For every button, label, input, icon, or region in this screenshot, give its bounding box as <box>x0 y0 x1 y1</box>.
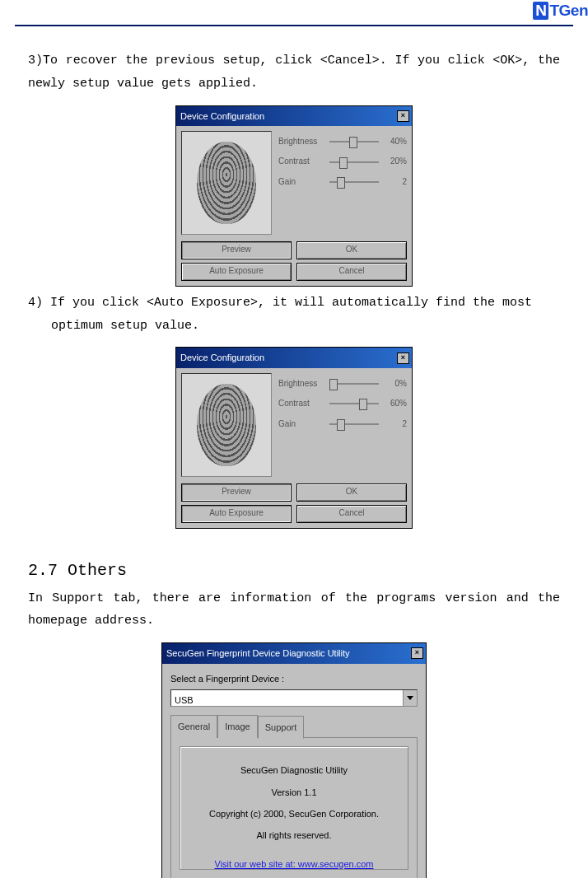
ok-button[interactable]: OK <box>296 483 407 502</box>
preview-button[interactable]: Preview <box>181 483 292 502</box>
slider-thumb[interactable] <box>339 157 348 169</box>
titlebar: Device Configuration × <box>176 348 412 367</box>
figure-devcfg-2: Device Configuration × Brightness 0% <box>28 347 560 528</box>
device-config-dialog: Device Configuration × Brightness 40% <box>175 105 413 287</box>
heading-2-7: 2.7 Others <box>28 555 560 586</box>
brightness-slider[interactable] <box>329 383 379 385</box>
chevron-down-icon[interactable] <box>403 690 417 706</box>
support-line-4: All rights reserved. <box>187 827 401 843</box>
auto-exposure-button[interactable]: Auto Exposure <box>181 505 292 523</box>
sliders: Brightness 40% Contrast 20% <box>278 131 407 235</box>
titlebar-text: SecuGen Fingerprint Device Diagnostic Ut… <box>166 645 350 661</box>
ok-button[interactable]: OK <box>296 241 407 259</box>
brightness-row: Brightness 40% <box>278 134 407 150</box>
titlebar-text: Device Configuration <box>180 108 264 124</box>
titlebar-text: Device Configuration <box>180 349 264 366</box>
contrast-slider[interactable] <box>329 161 379 163</box>
logo: NTGen <box>533 2 588 20</box>
slider-thumb[interactable] <box>359 399 367 410</box>
support-website-link[interactable]: Visit our web site at: www.secugen.com <box>187 856 401 872</box>
tabs: General Image Support <box>170 715 418 738</box>
preview-button[interactable]: Preview <box>181 241 292 259</box>
support-info-panel: SecuGen Diagnostic Utility Version 1.1 C… <box>180 746 408 870</box>
brightness-slider[interactable] <box>329 141 379 142</box>
auto-exposure-button[interactable]: Auto Exposure <box>181 263 292 281</box>
paragraph-4-line2: optimum setup value. <box>28 315 560 338</box>
brightness-value: 40% <box>384 134 407 150</box>
tab-pane: SecuGen Diagnostic Utility Version 1.1 C… <box>170 737 418 878</box>
select-device-label: Select a Fingerprint Device : <box>170 670 418 687</box>
page: NTGen 3)To recover the previous setup, c… <box>0 0 588 878</box>
gain-slider[interactable] <box>329 181 379 183</box>
close-icon[interactable]: × <box>411 647 423 659</box>
support-body: Select a Fingerprint Device : USB Genera… <box>162 664 426 878</box>
slider-thumb[interactable] <box>337 177 345 189</box>
contrast-label: Contrast <box>278 154 324 170</box>
dialog-body: Brightness 40% Contrast 20% <box>176 126 412 238</box>
slider-thumb[interactable] <box>329 379 338 390</box>
fingerprint-preview <box>181 131 272 235</box>
brightness-label: Brightness <box>278 376 324 392</box>
close-icon[interactable]: × <box>397 110 409 122</box>
combo-value: USB <box>171 690 403 706</box>
contrast-value: 20% <box>384 154 407 170</box>
gain-label: Gain <box>278 175 324 190</box>
device-config-dialog: Device Configuration × Brightness 0% <box>175 347 413 528</box>
support-line-2: Version 1.1 <box>187 784 401 801</box>
contrast-row: Contrast 60% <box>278 396 407 412</box>
slider-thumb[interactable] <box>349 137 357 148</box>
gain-row: Gain 2 <box>278 175 407 190</box>
brightness-label: Brightness <box>278 134 324 150</box>
button-col-left: Preview Auto Exposure <box>181 483 292 523</box>
device-combo[interactable]: USB <box>170 689 418 707</box>
contrast-value: 60% <box>384 396 407 412</box>
fingerprint-icon <box>197 384 256 466</box>
button-col-right: OK Cancel <box>296 483 407 523</box>
figure-support: SecuGen Fingerprint Device Diagnostic Ut… <box>28 642 560 878</box>
figure-devcfg-1: Device Configuration × Brightness 40% <box>28 105 560 287</box>
tab-support[interactable]: Support <box>258 716 305 739</box>
brightness-value: 0% <box>384 376 407 392</box>
support-line-3: Copyright (c) 2000, SecuGen Corporation. <box>187 806 401 822</box>
dialog-body: Brightness 0% Contrast 60% <box>176 368 412 480</box>
titlebar: SecuGen Fingerprint Device Diagnostic Ut… <box>162 643 426 663</box>
content: 3)To recover the previous setup, click <… <box>15 26 573 878</box>
contrast-label: Contrast <box>278 396 324 412</box>
paragraph-2-7: In Support tab, there are information of… <box>28 587 560 633</box>
tab-image[interactable]: Image <box>217 715 258 738</box>
cancel-button[interactable]: Cancel <box>296 505 407 523</box>
paragraph-4-line1: 4) If you click <Auto Exposure>, it will… <box>28 292 560 315</box>
gain-value: 2 <box>384 417 407 432</box>
contrast-slider[interactable] <box>329 403 379 404</box>
cancel-button[interactable]: Cancel <box>296 263 407 281</box>
button-col-left: Preview Auto Exposure <box>181 241 292 281</box>
gain-slider[interactable] <box>329 423 379 425</box>
support-dialog: SecuGen Fingerprint Device Diagnostic Ut… <box>161 642 427 878</box>
support-line-1: SecuGen Diagnostic Utility <box>187 762 401 778</box>
tab-general[interactable]: General <box>170 715 217 738</box>
button-col-right: OK Cancel <box>296 241 407 281</box>
fingerprint-preview <box>181 373 272 477</box>
sliders: Brightness 0% Contrast 60% <box>278 373 407 477</box>
gain-row: Gain 2 <box>278 417 407 432</box>
logo-mark: N <box>533 2 548 20</box>
gain-value: 2 <box>384 175 407 190</box>
button-row: Preview Auto Exposure OK Cancel <box>176 480 412 528</box>
button-row: Preview Auto Exposure OK Cancel <box>176 238 412 286</box>
brightness-row: Brightness 0% <box>278 376 407 392</box>
gain-label: Gain <box>278 417 324 432</box>
contrast-row: Contrast 20% <box>278 154 407 170</box>
close-icon[interactable]: × <box>397 353 409 364</box>
paragraph-3: 3)To recover the previous setup, click <… <box>28 49 560 96</box>
fingerprint-icon <box>197 142 256 224</box>
slider-thumb[interactable] <box>337 419 345 431</box>
svg-marker-0 <box>407 696 413 700</box>
titlebar: Device Configuration × <box>176 106 412 126</box>
logo-text: TGen <box>549 2 588 19</box>
